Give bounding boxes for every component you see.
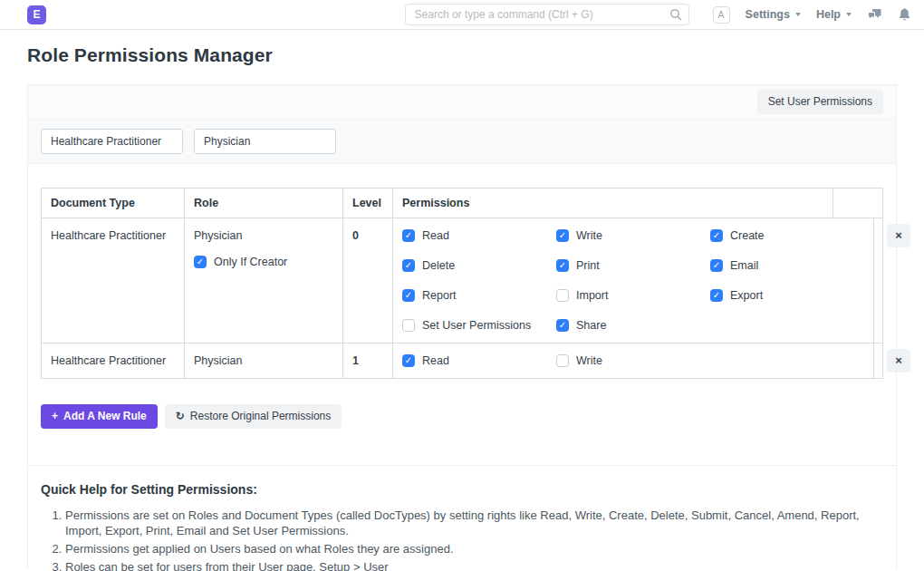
help-list-item: Permissions get applied on Users based o… bbox=[65, 541, 883, 556]
role-cell: PhysicianOnly If Creator bbox=[185, 218, 343, 343]
table-container: Document TypeRoleLevelPermissions Health… bbox=[28, 164, 896, 429]
delete-cell: × bbox=[874, 218, 923, 343]
column-header-level: Level bbox=[343, 189, 393, 218]
checkbox-label: Create bbox=[730, 229, 765, 242]
column-header-document-type: Document Type bbox=[42, 189, 185, 218]
help-label: Help bbox=[816, 8, 841, 21]
checkbox-label: Delete bbox=[422, 259, 455, 272]
permission-checkbox-email[interactable]: Email bbox=[710, 259, 864, 272]
checkbox-label: Report bbox=[422, 289, 457, 302]
delete-cell: × bbox=[874, 344, 923, 378]
doctype-cell: Healthcare Practitioner bbox=[42, 344, 185, 378]
search-input[interactable] bbox=[405, 4, 689, 25]
add-rule-label: Add A New Rule bbox=[63, 409, 147, 424]
navbar: E A Settings Help bbox=[0, 0, 924, 30]
checkbox-label: Print bbox=[576, 259, 600, 272]
logo-letter: E bbox=[33, 8, 40, 21]
checkbox-label: Write bbox=[576, 229, 602, 242]
permission-checkbox-set-user-permissions[interactable]: Set User Permissions bbox=[402, 319, 556, 332]
permission-checkbox-read[interactable]: Read bbox=[402, 229, 556, 242]
checkbox-label: Export bbox=[730, 289, 763, 302]
permission-checkbox-read[interactable]: Read bbox=[402, 354, 556, 367]
permission-checkbox-import[interactable]: Import bbox=[556, 289, 710, 302]
column-header-role: Role bbox=[185, 189, 343, 218]
permission-checkbox-delete[interactable]: Delete bbox=[402, 259, 556, 272]
doctype-cell: Healthcare Practitioner bbox=[42, 218, 185, 343]
column-header-permissions: Permissions bbox=[393, 189, 833, 218]
checkbox-label: Read bbox=[422, 354, 449, 367]
avatar-letter: A bbox=[718, 9, 725, 20]
filter-area bbox=[28, 120, 896, 164]
checkbox[interactable] bbox=[710, 229, 723, 242]
settings-menu[interactable]: Settings bbox=[746, 8, 801, 21]
help-title: Quick Help for Setting Permissions: bbox=[41, 482, 883, 497]
role-name: Physician bbox=[194, 354, 333, 367]
refresh-icon: ↻ bbox=[176, 411, 185, 421]
table-row: Healthcare PractitionerPhysician1ReadWri… bbox=[42, 344, 882, 378]
page-title: Role Permissions Manager bbox=[27, 44, 897, 66]
restore-permissions-button[interactable]: ↻ Restore Original Permissions bbox=[165, 404, 342, 429]
delete-rule-button[interactable]: × bbox=[887, 349, 910, 373]
checkbox-label: Set User Permissions bbox=[422, 319, 531, 332]
permission-checkbox-write[interactable]: Write bbox=[556, 354, 710, 367]
chevron-down-icon bbox=[846, 13, 852, 16]
checkbox[interactable] bbox=[556, 319, 569, 332]
chat-icon[interactable] bbox=[867, 7, 882, 22]
permissions-table: Document TypeRoleLevelPermissions Health… bbox=[41, 188, 883, 379]
user-avatar[interactable]: A bbox=[713, 6, 730, 24]
checkbox[interactable] bbox=[710, 289, 723, 302]
search-icon[interactable] bbox=[669, 8, 682, 21]
permissions-cell: ReadWriteCreateDeletePrintEmailReportImp… bbox=[393, 218, 874, 343]
checkbox-label: Write bbox=[576, 354, 602, 367]
checkbox[interactable] bbox=[402, 259, 415, 272]
help-section: Quick Help for Setting Permissions: Perm… bbox=[28, 465, 896, 571]
help-menu[interactable]: Help bbox=[816, 8, 852, 21]
checkbox[interactable] bbox=[194, 256, 207, 268]
table-body: Healthcare PractitionerPhysicianOnly If … bbox=[42, 218, 882, 378]
checkbox[interactable] bbox=[402, 229, 415, 242]
page-toolbar: Set User Permissions bbox=[28, 85, 896, 120]
table-row: Healthcare PractitionerPhysicianOnly If … bbox=[42, 218, 882, 344]
set-user-permissions-button[interactable]: Set User Permissions bbox=[757, 90, 883, 114]
navbar-search bbox=[405, 4, 689, 25]
chevron-down-icon bbox=[795, 13, 801, 16]
navbar-right: A Settings Help bbox=[713, 6, 911, 24]
level-cell: 1 bbox=[343, 344, 393, 378]
restore-label: Restore Original Permissions bbox=[190, 409, 331, 424]
checkbox[interactable] bbox=[402, 289, 415, 302]
role-name: Physician bbox=[194, 229, 333, 242]
plus-icon: + bbox=[52, 411, 58, 421]
checkbox[interactable] bbox=[556, 354, 569, 367]
permission-checkbox-print[interactable]: Print bbox=[556, 259, 710, 272]
checkbox-label: Share bbox=[576, 319, 606, 332]
help-list-item: Permissions are set on Roles and Documen… bbox=[65, 508, 883, 538]
checkbox[interactable] bbox=[710, 259, 723, 272]
permission-checkbox-write[interactable]: Write bbox=[556, 229, 710, 242]
notifications-bell-icon[interactable] bbox=[898, 7, 911, 22]
add-rule-button[interactable]: + Add A New Rule bbox=[41, 404, 158, 429]
table-header-row: Document TypeRoleLevelPermissions bbox=[42, 189, 882, 218]
only-if-creator-checkbox[interactable]: Only If Creator bbox=[194, 256, 287, 268]
table-actions: + Add A New Rule ↻ Restore Original Perm… bbox=[41, 404, 883, 429]
permission-checkbox-share[interactable]: Share bbox=[556, 319, 710, 332]
checkbox-label: Only If Creator bbox=[214, 256, 287, 268]
permission-checkbox-export[interactable]: Export bbox=[710, 289, 864, 302]
level-cell: 0 bbox=[343, 218, 393, 343]
role-cell: Physician bbox=[185, 344, 343, 378]
checkbox[interactable] bbox=[556, 289, 569, 302]
role-filter-input[interactable] bbox=[194, 129, 336, 154]
page-head: Role Permissions Manager bbox=[0, 30, 924, 84]
permission-checkbox-create[interactable]: Create bbox=[710, 229, 864, 242]
delete-rule-button[interactable]: × bbox=[887, 224, 910, 247]
doctype-filter-input[interactable] bbox=[41, 129, 183, 154]
checkbox[interactable] bbox=[556, 259, 569, 272]
permission-checkbox-report[interactable]: Report bbox=[402, 289, 556, 302]
settings-label: Settings bbox=[746, 8, 790, 21]
checkbox-label: Import bbox=[576, 289, 608, 302]
checkbox[interactable] bbox=[556, 229, 569, 242]
checkbox[interactable] bbox=[402, 319, 415, 332]
checkbox[interactable] bbox=[402, 354, 415, 367]
help-list-item: Roles can be set for users from their Us… bbox=[65, 559, 883, 571]
checkbox-label: Email bbox=[730, 259, 758, 272]
app-logo[interactable]: E bbox=[27, 5, 46, 24]
